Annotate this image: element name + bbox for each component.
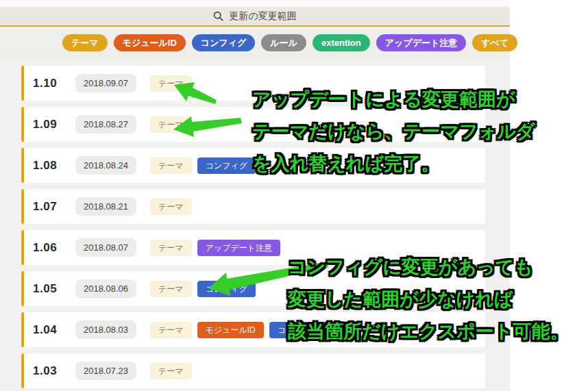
tag-list: テーマコンフィグ [150,157,256,174]
version-row[interactable]: 1.042018.08.03テーマモジュールIDコンフィグ [21,312,485,347]
tag-theme: テーマ [150,281,192,297]
version-row[interactable]: 1.072018.08.21テーマ [21,189,485,224]
filter-button-rule[interactable]: ルール [261,34,306,51]
version-number: 1.08 [33,159,70,173]
tag-config: コンフィグ [197,281,256,297]
tag-theme: テーマ [150,240,192,256]
version-row[interactable]: 1.102018.09.07テーマ [21,66,485,101]
tag-list: テーマ [150,363,192,379]
content-column: 更新の変更範囲 テーマモジュールIDコンフィグルールextentionアップデー… [0,0,510,391]
version-date-badge: 2018.07.23 [75,362,136,380]
tag-list: テーマモジュールIDコンフィグ [150,322,328,338]
page: 更新の変更範囲 テーマモジュールIDコンフィグルールextentionアップデー… [0,0,588,391]
tag-theme: テーマ [150,116,192,133]
tag-module-id: モジュールID [197,322,264,338]
tag-theme: テーマ [150,157,192,174]
tag-list: テーマ [150,116,192,133]
version-date-badge: 2018.09.07 [75,74,136,92]
filter-button-module-id[interactable]: モジュールID [114,34,186,51]
tag-list: テーマコンフィグ [150,281,256,297]
tag-config: コンフィグ [269,322,328,338]
version-number: 1.05 [33,282,70,296]
tag-theme: テーマ [150,363,192,379]
version-number: 1.09 [33,118,70,131]
filter-button-config[interactable]: コンフィグ [192,34,256,51]
search-bar-label: 更新の変更範囲 [229,10,296,23]
tag-list: テーマ [150,199,192,215]
search-bar[interactable]: 更新の変更範囲 [0,7,510,27]
version-date-badge: 2018.08.03 [75,320,136,339]
tag-theme: テーマ [150,322,192,338]
version-date-badge: 2018.08.06 [75,279,136,298]
version-row[interactable]: 1.052018.08.06テーマコンフィグ [21,271,485,306]
tag-theme: テーマ [150,199,192,215]
version-row[interactable]: 1.032018.07.23テーマ [21,353,485,388]
tag-list: テーマ [150,75,192,92]
version-row[interactable]: 1.062018.08.07テーマアップデート注意 [21,230,485,265]
filter-button-theme[interactable]: テーマ [62,34,108,51]
filter-bar: テーマモジュールIDコンフィグルールextentionアップデート注意すべて [0,27,510,59]
tag-theme: テーマ [150,75,192,92]
top-strip [0,0,510,7]
version-row[interactable]: 1.082018.08.24テーマコンフィグ [21,148,485,183]
tag-update-warning: アップデート注意 [197,240,280,256]
version-row[interactable]: 1.092018.08.27テーマ [21,107,485,142]
tag-list: テーマアップデート注意 [150,240,280,256]
version-number: 1.04 [33,323,70,337]
version-date-badge: 2018.08.24 [75,156,136,175]
search-icon [213,11,223,21]
version-date-badge: 2018.08.27 [75,115,136,134]
version-number: 1.03 [33,364,70,378]
version-list: 1.102018.09.07テーマ1.092018.08.27テーマ1.0820… [0,59,510,388]
version-date-badge: 2018.08.07 [75,238,136,257]
version-number: 1.10 [33,77,70,90]
tag-config: コンフィグ [197,157,256,174]
filter-button-all[interactable]: すべて [472,34,517,51]
version-number: 1.07 [33,200,70,214]
filter-button-extention[interactable]: extention [313,34,370,51]
filter-button-update-warning[interactable]: アップデート注意 [376,34,467,51]
version-number: 1.06 [33,241,70,255]
version-date-badge: 2018.08.21 [75,197,136,216]
